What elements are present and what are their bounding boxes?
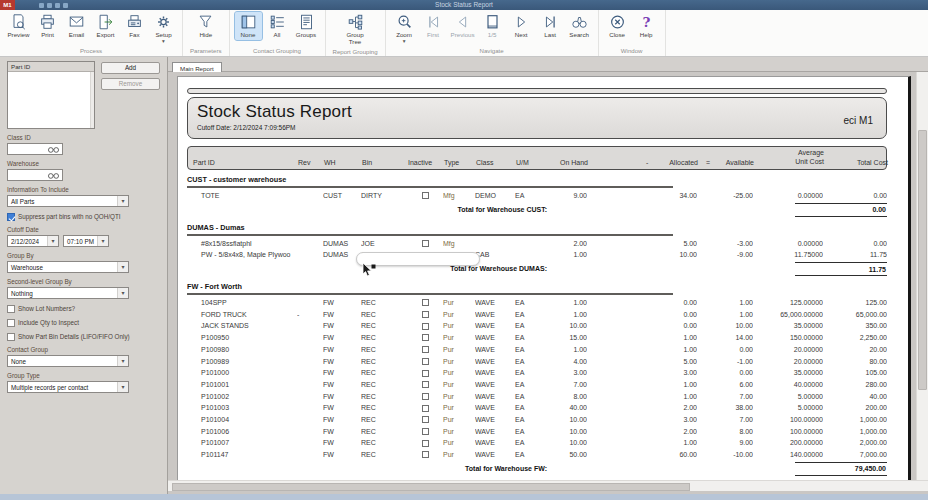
none-panel-icon <box>239 13 258 31</box>
remove-button[interactable]: Remove <box>101 78 160 90</box>
cell-um: EA <box>515 344 541 356</box>
group-type-select[interactable]: Multiple records per contact ▾ <box>7 381 129 393</box>
option-checkbox-row[interactable]: Show Part Bin Details (LIFO/FIFO Only) <box>7 333 160 341</box>
ribbon-group-label: Parameters <box>188 46 224 56</box>
class-id-field[interactable] <box>7 143 63 155</box>
parameters-sidebar: Part ID Add Remove Class ID Warehouse In… <box>0 57 168 494</box>
hide-button[interactable]: Hide <box>192 12 219 40</box>
cutoff-date-select[interactable]: 2/12/2024 ▾ <box>7 235 59 247</box>
dropdown-caret-icon: ▾ <box>403 39 406 44</box>
group-total-value: 11.75 <box>795 262 887 276</box>
column-header-part-id: Part ID <box>188 159 298 166</box>
quick-access-toolbar[interactable] <box>39 3 68 8</box>
checkbox[interactable] <box>7 333 15 341</box>
application-window: M1 Stock Status Report PreviewPrintEmail… <box>0 0 928 500</box>
second-level-group-by-select[interactable]: Nothing ▾ <box>7 287 129 299</box>
help-button[interactable]: ?Help <box>633 12 660 40</box>
suppress-bins-checkbox-row[interactable]: Suppress part bins with no QOH/QTI <box>7 213 160 221</box>
cell-on-hand: 40.00 <box>541 402 587 414</box>
contact-group-select[interactable]: None ▾ <box>7 355 129 367</box>
column-header-available: = Available <box>698 159 754 166</box>
report-row: FORD TRUCK-FWRECPurWAVEEA1.000.001.0065,… <box>187 309 887 321</box>
search-button[interactable]: Search <box>566 12 593 40</box>
cell-class: WAVE <box>475 449 515 461</box>
binoculars-lookup-icon[interactable] <box>47 171 60 180</box>
suppress-bins-checkbox[interactable] <box>7 213 15 221</box>
quick-access-icon[interactable] <box>47 3 52 8</box>
cell-rev <box>297 414 323 426</box>
checkbox[interactable] <box>7 319 15 327</box>
fax-button[interactable]: Fax <box>121 12 148 40</box>
cell-rev <box>297 449 323 461</box>
groups-button[interactable]: Groups <box>293 12 320 40</box>
add-button[interactable]: Add <box>101 62 160 74</box>
quick-access-icon[interactable] <box>39 3 44 8</box>
option-checkbox-row[interactable]: Include Qty to Inspect <box>7 319 160 327</box>
cell-rev <box>297 238 323 250</box>
checkbox[interactable] <box>7 305 15 313</box>
close-button[interactable]: Close <box>604 12 631 40</box>
cell-part-id: P101003 <box>187 402 297 414</box>
preview-button[interactable]: Preview <box>5 12 32 40</box>
next-button[interactable]: Next <box>508 12 535 40</box>
horizontal-scrollbar[interactable] <box>168 480 928 491</box>
setup-button[interactable]: Setup▾ <box>150 12 177 45</box>
cell-inactive <box>407 449 443 461</box>
horizontal-scrollbar-thumb[interactable] <box>172 483 690 491</box>
cell-wh: FW <box>323 414 361 426</box>
none-button[interactable]: None <box>235 12 262 40</box>
email-icon <box>67 13 86 31</box>
cell-unit-cost: 40.00000 <box>753 379 823 391</box>
last-button[interactable]: Last <box>537 12 564 40</box>
class-id-label: Class ID <box>7 134 160 141</box>
group-tree-button[interactable]: Group Tree <box>338 12 372 47</box>
vertical-scrollbar[interactable] <box>916 72 928 480</box>
previous-button[interactable]: Previous <box>449 12 477 40</box>
1-5-button[interactable]: 1/5 <box>479 12 506 40</box>
part-id-listbox[interactable]: Part ID <box>7 61 95 129</box>
information-to-include-select[interactable]: All Parts ▾ <box>7 195 129 207</box>
cell-unit-cost: 0.00000 <box>753 238 823 250</box>
cell-total-cost: 40.00 <box>823 391 887 403</box>
cell-um: EA <box>515 402 541 414</box>
cell-on-hand: 3.00 <box>541 367 587 379</box>
ribbon-button-label: Search <box>569 32 589 39</box>
inactive-checkbox <box>422 358 429 365</box>
report-preview-area: Main Report Stock Status Report Cutoff D… <box>168 57 928 494</box>
cell-class: DEMO <box>475 190 515 202</box>
all-button[interactable]: All <box>264 12 291 40</box>
email-button[interactable]: Email <box>63 12 90 40</box>
fax-icon <box>125 13 144 31</box>
cell-part-id: P100950 <box>187 332 297 344</box>
cell-available: 7.00 <box>697 414 753 426</box>
warehouse-group: CUST - customer warehouseTOTECUSTDIRTYMf… <box>187 175 887 218</box>
inactive-checkbox <box>422 323 429 330</box>
column-header-average-unit-cost: Average Unit Cost <box>754 149 824 166</box>
warehouse-group: DUMAS - Dumas#8x15/8ssflatphlDUMASJOEMfg… <box>187 223 887 277</box>
group-by-select[interactable]: Warehouse ▾ <box>7 261 129 273</box>
ribbon-button-label: None <box>241 32 256 39</box>
cell-bin: JOE <box>361 238 407 250</box>
cutoff-time-select[interactable]: 07:10 PM ▾ <box>63 235 109 247</box>
ribbon-group: Close?HelpWindow <box>599 10 666 56</box>
ribbon-button-label: Email <box>69 32 84 39</box>
vertical-scrollbar-thumb[interactable] <box>918 130 927 390</box>
quick-access-icon[interactable] <box>55 3 60 8</box>
cell-available: -9.00 <box>697 249 753 261</box>
warehouse-field[interactable] <box>7 169 63 181</box>
option-checkbox-row[interactable]: Show Lot Numbers? <box>7 305 160 313</box>
cell-part-id: #8x15/8ssflatphl <box>187 238 297 250</box>
export-button[interactable]: Export <box>92 12 119 40</box>
cell-part-id: P100980 <box>187 344 297 356</box>
ribbon-button-label: First <box>427 32 439 39</box>
quick-access-icon[interactable] <box>63 3 68 8</box>
binoculars-lookup-icon[interactable] <box>47 145 60 154</box>
checkbox-label: Include Qty to Inspect <box>18 319 79 327</box>
cell-unit-cost: 100.00000 <box>753 426 823 438</box>
cell-rev <box>297 297 323 309</box>
zoom-button[interactable]: Zoom▾ <box>391 12 418 45</box>
print-button[interactable]: Print <box>34 12 61 40</box>
part-id-list-scrollbar[interactable] <box>90 72 94 128</box>
cell-wh: FW <box>323 356 361 368</box>
first-button[interactable]: First <box>420 12 447 40</box>
